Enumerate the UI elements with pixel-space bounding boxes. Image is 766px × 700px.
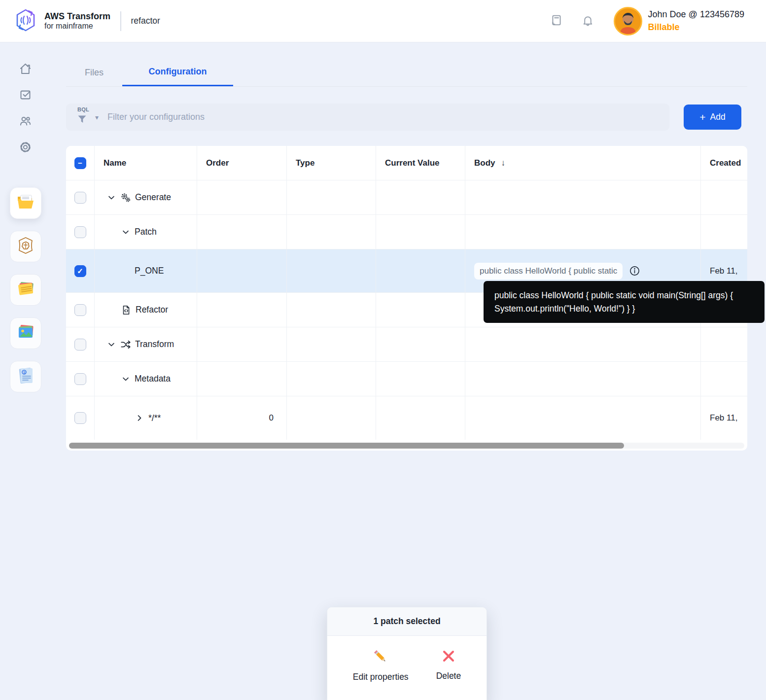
cell-order xyxy=(197,327,287,361)
row-name-label: Generate xyxy=(135,192,171,203)
filter-funnel-wrap: BQL xyxy=(77,108,87,126)
column-header-body[interactable]: Body ↓ xyxy=(465,146,701,180)
user-info: John Doe @ 123456789 Billable xyxy=(648,8,744,33)
cell-created xyxy=(701,327,747,361)
cell-cv xyxy=(376,362,465,396)
gears-icon xyxy=(120,192,131,203)
cell-created: Feb 11, xyxy=(701,396,747,440)
add-button[interactable]: + Add xyxy=(684,105,741,130)
funnel-icon xyxy=(77,117,87,126)
cell-created xyxy=(701,215,747,249)
edit-properties-label: Edit properties xyxy=(353,672,409,682)
row-checkbox[interactable] xyxy=(74,226,86,238)
body-tooltip: public class HelloWorld { public static … xyxy=(484,281,765,323)
cell-order xyxy=(197,293,287,327)
row-checkbox[interactable] xyxy=(74,192,86,204)
pencil-icon xyxy=(373,649,388,666)
chevron-down-icon[interactable] xyxy=(121,374,131,384)
delete-button[interactable]: Delete xyxy=(436,649,461,682)
table-row: Generate xyxy=(66,180,747,215)
row-name-label: Transform xyxy=(135,339,174,350)
info-icon[interactable] xyxy=(629,265,640,277)
row-name-label: Patch xyxy=(135,227,157,237)
column-header-name[interactable]: Name xyxy=(95,146,197,180)
horizontal-scrollbar-thumb[interactable] xyxy=(69,443,624,449)
chevron-down-icon[interactable] xyxy=(106,193,116,203)
notifications-button[interactable] xyxy=(582,14,594,28)
cell-created xyxy=(701,180,747,214)
cell-type xyxy=(287,362,376,396)
row-name-label: P_ONE xyxy=(135,266,164,276)
add-button-label: Add xyxy=(710,112,726,122)
table-row: Transform xyxy=(66,327,747,362)
filter-placeholder: Filter your configurations xyxy=(107,112,205,122)
cell-order: 0 xyxy=(197,396,287,440)
chevron-down-icon[interactable] xyxy=(121,227,131,237)
row-checkbox[interactable]: ✓ xyxy=(74,265,86,277)
body-value-chip[interactable]: public class HelloWorld { public static xyxy=(474,263,623,280)
selection-panel: 1 patch selected Edit properties xyxy=(327,607,487,700)
column-header-order[interactable]: Order xyxy=(197,146,287,180)
shuffle-icon xyxy=(120,339,131,350)
cell-type xyxy=(287,215,376,249)
filter-input[interactable]: BQL ▾ Filter your configurations xyxy=(66,104,669,131)
documentation-button[interactable] xyxy=(550,14,563,28)
cell-type xyxy=(287,396,376,440)
cell-body xyxy=(465,180,701,214)
cell-cv xyxy=(376,180,465,214)
row-checkbox[interactable] xyxy=(74,339,86,350)
chevron-right-icon[interactable] xyxy=(135,413,144,423)
table-row: Patch xyxy=(66,215,747,249)
cell-cv xyxy=(376,215,465,249)
tab-configuration[interactable]: Configuration xyxy=(122,58,233,87)
brand-title: AWS Transform xyxy=(44,11,110,22)
row-name-label: */** xyxy=(148,413,161,423)
row-checkbox[interactable] xyxy=(74,373,86,385)
column-header-created[interactable]: Created xyxy=(701,146,747,180)
app-name: refactor xyxy=(131,16,160,26)
code-file-icon xyxy=(121,305,132,315)
row-checkbox[interactable] xyxy=(74,412,86,424)
filter-dropdown-caret-icon[interactable]: ▾ xyxy=(95,113,99,121)
bell-icon xyxy=(582,14,594,28)
cell-body xyxy=(465,215,701,249)
cell-order xyxy=(197,249,287,292)
avatar[interactable] xyxy=(614,7,642,35)
sort-descending-icon[interactable]: ↓ xyxy=(501,158,506,168)
cell-type xyxy=(287,293,376,327)
cell-order xyxy=(197,215,287,249)
table-row: */**0Feb 11, xyxy=(66,396,747,440)
row-checkbox[interactable] xyxy=(74,304,86,316)
brand-subtitle: for mainframe xyxy=(44,22,110,31)
edit-properties-button[interactable]: Edit properties xyxy=(353,649,409,682)
tab-files[interactable]: Files xyxy=(66,58,122,87)
select-all-checkbox[interactable]: − xyxy=(74,157,86,169)
cell-cv xyxy=(376,396,465,440)
row-name-label: Refactor xyxy=(136,305,168,315)
cell-type xyxy=(287,327,376,361)
cell-order xyxy=(197,362,287,396)
tab-bar: Files Configuration xyxy=(66,58,233,87)
cell-cv xyxy=(376,327,465,361)
table-header-row: − Name Order Type Current Value Body ↓ C… xyxy=(66,146,747,180)
cell-body xyxy=(465,327,701,361)
delete-x-icon xyxy=(441,649,456,665)
cell-cv xyxy=(376,293,465,327)
table-row: Metadata xyxy=(66,362,747,396)
cell-body xyxy=(465,396,701,440)
column-header-current-value[interactable]: Current Value xyxy=(376,146,465,180)
aws-transform-logo-icon xyxy=(14,8,37,35)
bql-badge: BQL xyxy=(77,106,89,112)
horizontal-scrollbar-track[interactable] xyxy=(69,443,744,449)
row-name-label: Metadata xyxy=(135,374,171,384)
header-divider xyxy=(120,11,121,31)
user-name: John Doe @ 123456789 xyxy=(648,8,744,21)
cell-order xyxy=(197,180,287,214)
column-header-type[interactable]: Type xyxy=(287,146,376,180)
cell-body xyxy=(465,362,701,396)
main-content: Files Configuration BQL ▾ Filter your co… xyxy=(0,42,766,700)
tab-divider xyxy=(66,86,747,87)
selection-panel-title: 1 patch selected xyxy=(327,607,487,636)
delete-label: Delete xyxy=(436,671,461,681)
chevron-down-icon[interactable] xyxy=(106,340,116,350)
